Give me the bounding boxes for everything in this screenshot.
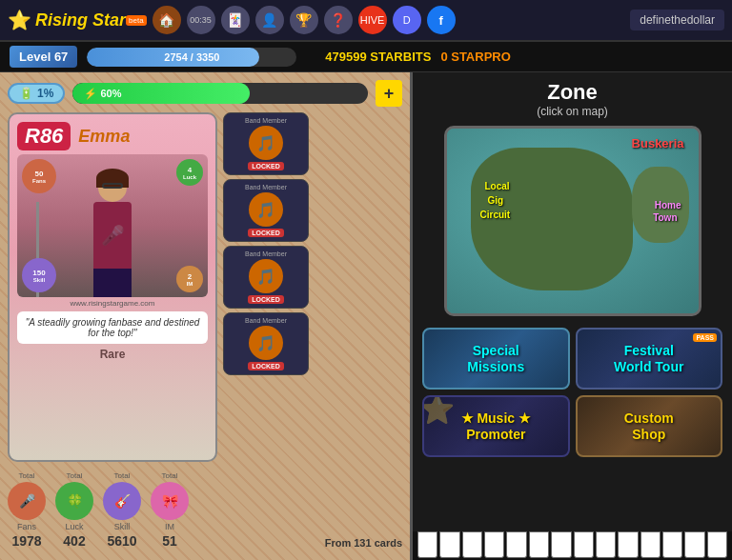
zone-subtitle: (click on map): [413, 105, 732, 118]
total-im-item: Total 🎀 IM 51: [151, 471, 189, 549]
skill-circle: 🎸: [103, 482, 141, 520]
facebook-icon[interactable]: f: [427, 6, 456, 34]
map-label-home: Home: [655, 200, 681, 210]
special-missions-label: SpecialMissions: [467, 343, 524, 375]
music-promoter-label: ★ Music ★Promoter: [461, 410, 531, 443]
piano-key-white: [439, 531, 459, 558]
star-deco-1: ⭐: [422, 395, 455, 426]
im-circle: 🎀: [151, 482, 189, 520]
music-promoter-button[interactable]: ⭐ ★ Music ★Promoter: [422, 395, 570, 457]
band-members: Band Member 🎵 LOCKED Band Member 🎵 LOCKE…: [223, 112, 309, 462]
left-panel: 🔋 1% ⚡ 60% + R86 Emma 50 Fans: [0, 72, 410, 560]
map-label-gig: Gig: [488, 195, 504, 206]
card-website: www.risingstargame.com: [17, 299, 208, 308]
card-rank: R86: [17, 122, 71, 150]
piano-key-white: [707, 531, 727, 558]
piano-key-white: [684, 531, 704, 558]
piano-key-white: [551, 531, 571, 558]
stat-bars: 🔋 1% ⚡ 60% +: [8, 80, 402, 107]
zone-map[interactable]: Buskeria Local Gig Circuit Home Town: [444, 126, 702, 316]
map-label-buskeria: Buskeria: [632, 136, 684, 150]
piano-key-white: [462, 531, 482, 558]
piano-key-white: [417, 531, 437, 558]
special-missions-button[interactable]: SpecialMissions: [422, 328, 570, 390]
pass-badge: PASS: [693, 333, 717, 342]
character-card[interactable]: R86 Emma 50 Fans 4 Luck: [8, 112, 217, 462]
total-luck-item: Total 🍀 Luck 402: [55, 471, 93, 549]
cards-icon[interactable]: 🃏: [221, 6, 250, 34]
help-icon[interactable]: ❓: [324, 6, 353, 34]
im-total-value: 51: [162, 533, 177, 549]
action-grid: SpecialMissions PASS FestivalWorld Tour …: [413, 322, 732, 463]
skill-total-value: 5610: [107, 533, 136, 549]
energy-icon: 🔋: [19, 87, 33, 100]
band-icon-1: 🎵: [249, 126, 283, 160]
piano-key-white: [529, 531, 549, 558]
fans-total-value: 1978: [11, 533, 41, 549]
band-icon-2: 🎵: [249, 192, 283, 227]
logo-text: Rising Star: [35, 10, 126, 30]
card-image: 50 Fans 4 Luck 🎤: [17, 154, 208, 297]
progress-text: ⚡ 60%: [84, 88, 121, 100]
card-name: Emma: [78, 127, 130, 147]
from-cards-area: From 131 cards: [198, 535, 402, 549]
band-member-3[interactable]: Band Member 🎵 LOCKED: [223, 246, 309, 309]
piano-key-white: [484, 531, 504, 558]
card-stat-luck: 4 Luck: [176, 159, 203, 186]
band-icon-4: 🎵: [249, 326, 283, 360]
band-icon-3: 🎵: [249, 259, 283, 293]
right-panel: Zone (click on map) Buskeria Local Gig C…: [410, 72, 732, 560]
logo-area: ⭐ Rising Star beta: [8, 9, 147, 31]
main-content: 🔋 1% ⚡ 60% + R86 Emma 50 Fans: [0, 72, 732, 560]
starpro-display: 0 STARPRO: [440, 50, 510, 64]
map-label-circuit: Circuit: [480, 210, 511, 220]
piano-key-white: [596, 531, 616, 558]
band-member-1[interactable]: Band Member 🎵 LOCKED: [223, 112, 309, 175]
level-bar: Level 67 2754 / 3350 479599 STARBITS 0 S…: [0, 42, 732, 72]
username-display: definethedollar: [630, 10, 724, 30]
xp-text: 2754 / 3350: [164, 51, 219, 63]
band-member-4[interactable]: Band Member 🎵 LOCKED: [223, 312, 309, 375]
starbits-display: 479599 STARBITS: [325, 50, 431, 64]
card-quote: "A steadily growing fanbase and destined…: [17, 311, 208, 344]
festival-world-tour-label: FestivalWorld Tour: [614, 343, 683, 375]
zone-header: Zone (click on map): [413, 72, 732, 120]
piano-key-white: [662, 531, 682, 558]
piano-key-white: [574, 531, 594, 558]
piano-key-white: [618, 531, 638, 558]
zone-title: Zone: [413, 80, 732, 105]
hive-icon[interactable]: HIVE: [358, 6, 387, 34]
card-band-row: R86 Emma 50 Fans 4 Luck: [8, 112, 402, 462]
level-badge: Level 67: [10, 46, 77, 68]
plus-button[interactable]: +: [376, 80, 402, 107]
card-stat-fans: 50 Fans: [22, 159, 56, 193]
person-icon[interactable]: 👤: [255, 6, 284, 34]
star-icon: ⭐: [8, 9, 31, 31]
card-header: R86 Emma: [17, 122, 208, 150]
festival-world-tour-button[interactable]: PASS FestivalWorld Tour: [576, 328, 723, 390]
xp-bar: 2754 / 3350: [87, 48, 296, 67]
total-fans-item: Total 🎤 Fans 1978: [8, 471, 46, 549]
piano-key-white: [640, 531, 661, 558]
timer-icon[interactable]: 00:35: [187, 6, 215, 34]
luck-circle: 🍀: [55, 482, 93, 520]
home-icon[interactable]: 🏠: [152, 6, 181, 34]
piano-key-white: [506, 531, 526, 558]
from-cards-text: From 131 cards: [325, 537, 402, 549]
luck-total-value: 402: [63, 533, 85, 549]
map-label-local: Local: [485, 181, 510, 191]
stats-row: Total 🎤 Fans 1978 Total 🍀 Luck 402 Total…: [8, 468, 402, 552]
map-background: Buskeria Local Gig Circuit Home Town: [447, 129, 699, 313]
character-silhouette: 🎤: [84, 173, 141, 297]
custom-shop-label: CustomShop: [624, 410, 674, 443]
discord-icon[interactable]: D: [393, 6, 421, 34]
fans-circle: 🎤: [8, 482, 46, 520]
band-member-2[interactable]: Band Member 🎵 LOCKED: [223, 179, 309, 242]
map-label-town: Town: [653, 212, 677, 223]
total-skill-item: Total 🎸 Skill 5610: [103, 471, 141, 549]
progress-bar: ⚡ 60%: [72, 83, 368, 104]
beta-badge: beta: [126, 15, 147, 26]
energy-bar: 🔋 1%: [8, 83, 65, 104]
custom-shop-button[interactable]: CustomShop: [576, 395, 723, 457]
trophy-icon[interactable]: 🏆: [290, 6, 318, 34]
